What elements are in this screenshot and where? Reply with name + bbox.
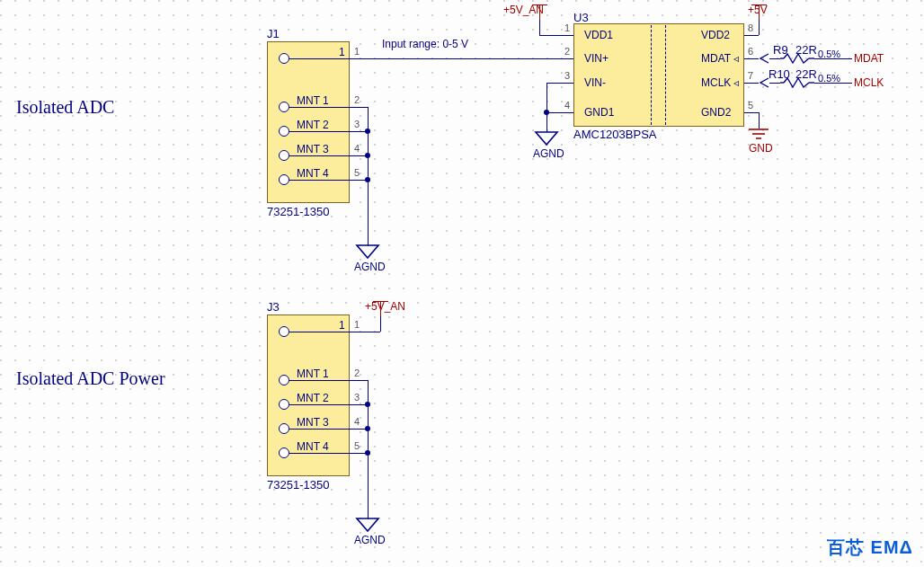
- r9-value: 22R: [795, 43, 817, 57]
- j1-refdes: J1: [267, 27, 280, 40]
- j3-m1-terminal: [279, 375, 289, 385]
- j1-pin1-inner: 1: [339, 46, 345, 58]
- agnd-label-u3: AGND: [533, 147, 564, 160]
- j3-pin1-terminal: [279, 326, 289, 337]
- u3-p2: 2: [564, 46, 570, 57]
- r10-value: 22R: [795, 67, 817, 81]
- netport-mdat-in: [759, 53, 769, 66]
- j1-m3-name: MNT 3: [297, 143, 329, 155]
- j1-m4-terminal: [279, 174, 289, 185]
- j3-m3-terminal: [279, 423, 289, 434]
- section-title-power: Isolated ADC Power: [16, 368, 165, 389]
- j1-m3-num: 4: [354, 143, 360, 154]
- agnd-symbol-j1: [357, 245, 378, 261]
- agnd-label-j1: AGND: [354, 261, 386, 273]
- j3-m4-num: 5: [354, 440, 360, 451]
- j3-m1-num: 2: [354, 368, 360, 378]
- svg-marker-9: [357, 518, 378, 531]
- u3-vdd1-name: VDD1: [584, 29, 613, 41]
- j1-m1-name: MNT 1: [297, 94, 329, 107]
- section-title-adc: Isolated ADC: [16, 97, 114, 118]
- j3-m4-terminal: [279, 447, 289, 458]
- u3-p8: 8: [748, 22, 753, 33]
- watermark: 百芯 EMΔ: [827, 536, 913, 560]
- agnd-symbol-u3: [536, 132, 557, 148]
- j1-m4-num: 5: [354, 167, 360, 178]
- gnd-label-u3: GND: [749, 142, 773, 155]
- svg-marker-0: [357, 245, 378, 258]
- net-5van-j3: +5V_AN: [365, 300, 405, 313]
- annot-input-range: Input range: 0-5 V: [382, 38, 468, 50]
- j3-m4-name: MNT 4: [297, 440, 329, 453]
- net-5v-u3: +5V: [748, 4, 768, 16]
- u3-p7: 7: [748, 70, 753, 81]
- agnd-label-j3: AGND: [354, 534, 386, 546]
- j3-m3-name: MNT 3: [297, 416, 329, 429]
- u3-gnd1-name: GND1: [584, 106, 614, 119]
- j1-m2-name: MNT 2: [297, 119, 329, 131]
- net-5van-u3: +5V_AN: [503, 4, 544, 16]
- j1-m4-name: MNT 4: [297, 167, 329, 180]
- u3-vinp-name: VIN+: [584, 52, 609, 65]
- u3-vdd2-name: VDD2: [701, 29, 730, 41]
- u3-vinn-name: VIN-: [584, 76, 606, 89]
- j1-m3-terminal: [279, 150, 289, 161]
- j1-m1-terminal: [279, 102, 289, 112]
- net-mdat: MDAT: [854, 52, 884, 65]
- u3-p4: 4: [564, 100, 570, 111]
- u3-p3: 3: [564, 70, 570, 81]
- j1-part: 73251-1350: [267, 205, 329, 218]
- u3-p5: 5: [748, 100, 753, 111]
- u3-p6: 6: [748, 46, 753, 57]
- j3-part: 73251-1350: [267, 478, 329, 492]
- svg-marker-1: [536, 132, 557, 145]
- j3-m2-name: MNT 2: [297, 392, 329, 404]
- agnd-symbol-j3: [357, 518, 378, 535]
- j1-pin1-terminal: [279, 53, 289, 64]
- u3-mdat-arrow-icon: ◃: [733, 52, 739, 65]
- j3-pin1-inner: 1: [339, 319, 345, 332]
- j3-pin1-num: 1: [354, 319, 360, 330]
- j1-m2-num: 3: [354, 119, 360, 129]
- j1-m2-terminal: [279, 126, 289, 137]
- j3-m3-num: 4: [354, 416, 360, 427]
- net-mclk: MCLK: [854, 76, 884, 89]
- j3-m1-name: MNT 1: [297, 368, 329, 380]
- u3-gnd2-name: GND2: [701, 106, 731, 119]
- u3-refdes: U3: [573, 11, 589, 24]
- j3-m2-num: 3: [354, 392, 360, 403]
- u3-part: AMC1203BPSA: [573, 128, 657, 141]
- j3-m2-terminal: [279, 399, 289, 410]
- u3-p1: 1: [564, 22, 570, 33]
- u3-mdat-name: MDAT: [701, 52, 731, 65]
- j1-m1-num: 2: [354, 94, 360, 105]
- j1-pin1-num: 1: [354, 46, 360, 57]
- wire-j1p1-to-u3vinp: [368, 58, 559, 59]
- u3-mclk-arrow-icon: ◃: [733, 76, 739, 89]
- j3-refdes: J3: [267, 300, 280, 314]
- u3-mclk-name: MCLK: [701, 76, 731, 89]
